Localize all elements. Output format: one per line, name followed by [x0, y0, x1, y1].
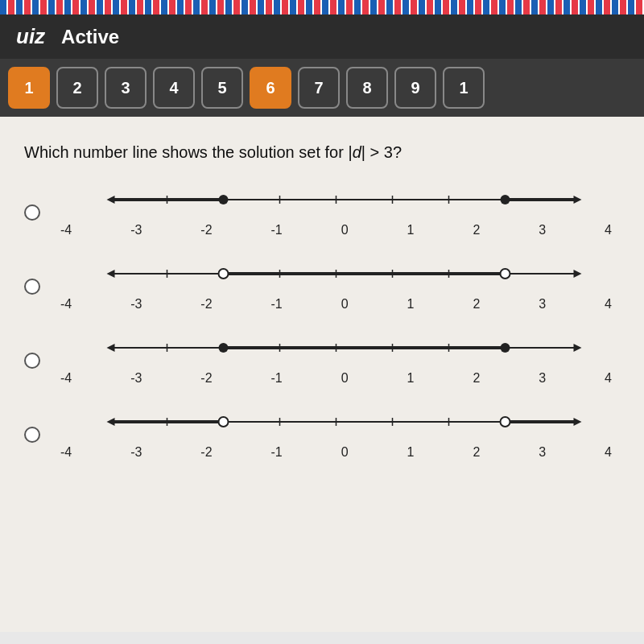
svg-point-12	[219, 195, 229, 204]
svg-point-13	[501, 195, 510, 204]
numberline-b-labels: -4-3-2-101234	[52, 294, 620, 312]
tab-4[interactable]: 4	[153, 67, 195, 109]
quiz-label: uiz	[16, 24, 45, 49]
radio-b[interactable]	[24, 279, 40, 295]
tab-3[interactable]: 3	[105, 67, 147, 109]
numberline-b: -4-3-2-101234	[52, 262, 620, 312]
numberline-c-labels: -4-3-2-101234	[52, 368, 620, 386]
svg-point-26	[501, 269, 510, 279]
numberline-d: -4-3-2-101234	[52, 410, 620, 460]
tab-1[interactable]: 1	[8, 67, 50, 109]
svg-point-53	[501, 417, 510, 427]
svg-marker-29	[574, 344, 582, 352]
svg-marker-15	[107, 270, 115, 278]
tab-2[interactable]: 2	[56, 67, 98, 109]
tab-8[interactable]: 8	[346, 67, 388, 109]
tab-10[interactable]: 1	[443, 67, 485, 109]
option-b: -4-3-2-101234	[24, 262, 620, 312]
numberline-d-labels: -4-3-2-101234	[52, 442, 620, 460]
question-text: Which number line shows the solution set…	[24, 141, 620, 163]
svg-point-52	[219, 417, 229, 427]
numberline-a-labels: -4-3-2-101234	[52, 220, 620, 237]
radio-c[interactable]	[24, 353, 40, 369]
options-list: -4-3-2-101234	[24, 188, 620, 460]
svg-point-38	[219, 343, 229, 353]
tab-6[interactable]: 6	[250, 67, 291, 109]
option-d: -4-3-2-101234	[24, 410, 620, 460]
numberline-b-svg	[52, 262, 620, 294]
tab-5[interactable]: 5	[201, 67, 243, 109]
tab-7[interactable]: 7	[298, 67, 340, 109]
option-c: -4-3-2-101234	[24, 336, 620, 386]
numberline-a: -4-3-2-101234	[52, 188, 620, 237]
tab-9[interactable]: 9	[394, 67, 436, 109]
svg-marker-16	[574, 270, 582, 278]
math-expression: |d| > 3	[348, 143, 392, 161]
header: uiz Active	[0, 14, 644, 59]
content-area: Which number line shows the solution set…	[0, 117, 644, 632]
radio-a[interactable]	[24, 204, 40, 221]
svg-point-39	[501, 343, 510, 353]
radio-d[interactable]	[24, 427, 40, 443]
option-a: -4-3-2-101234	[24, 188, 620, 237]
svg-point-25	[219, 269, 229, 279]
svg-marker-28	[107, 344, 115, 352]
decorative-top-bar	[0, 0, 644, 14]
tabs-bar: 1 2 3 4 5 6 7 8 9 1	[0, 59, 644, 117]
numberline-c: -4-3-2-101234	[52, 336, 620, 386]
numberline-a-svg	[52, 188, 620, 220]
numberline-d-svg	[52, 410, 620, 442]
numberline-c-svg	[52, 336, 620, 368]
status-label: Active	[61, 26, 119, 48]
